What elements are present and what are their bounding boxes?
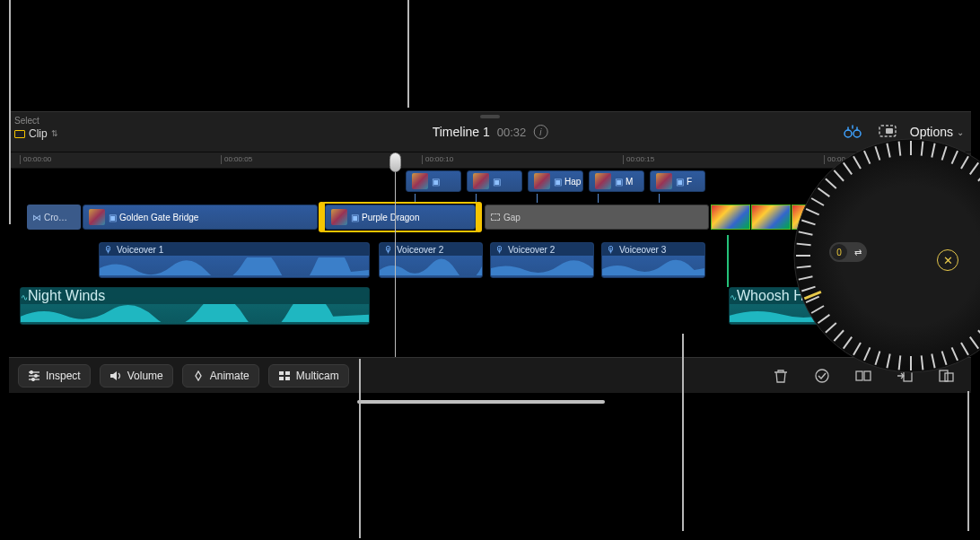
timeline-title: Timeline 1	[433, 125, 490, 139]
audio-clip[interactable]: 🎙Voiceover 1	[99, 242, 370, 278]
callout-line	[9, 0, 11, 224]
jog-close-button[interactable]: ✕	[937, 249, 958, 271]
music-lane: ∿Night Winds ∿Whoosh Hit	[9, 287, 971, 328]
ruler-tick: 00:00:05	[221, 155, 252, 164]
mic-icon: 🎙	[495, 245, 504, 255]
overwrite-button[interactable]	[930, 362, 962, 389]
mic-icon: 🎙	[104, 245, 113, 255]
ruler-tick: 00:00:15	[623, 155, 654, 164]
voiceover-lane: 🎙Voiceover 1 🎙Voiceover 2 🎙Voiceover 2 🎙…	[9, 242, 971, 282]
jog-key-icon: 0	[831, 244, 847, 260]
svg-point-7	[31, 370, 33, 373]
jog-mode-toggle[interactable]: 0 ⇄	[829, 242, 867, 262]
svg-rect-12	[279, 377, 284, 380]
ruler-tick: 00:00:20	[824, 155, 855, 164]
camera-icon: ▣	[554, 177, 562, 187]
svg-rect-18	[940, 370, 948, 381]
connected-clip[interactable]: ▣	[467, 170, 522, 192]
waveform-icon: ∿	[730, 292, 737, 302]
split-button[interactable]	[847, 362, 879, 389]
clip-mode-icon	[14, 130, 25, 138]
svg-line-47	[970, 337, 978, 349]
selection-mode-popup[interactable]: Clip ⇅	[14, 127, 58, 140]
music-clip[interactable]: ∿Whoosh Hit	[729, 287, 960, 325]
callout-line	[682, 334, 684, 531]
swap-icon: ⇄	[854, 248, 862, 257]
primary-clip[interactable]: ▣Golden Gate Bridge	[83, 205, 318, 230]
connected-clips-lane: ▣ ▣ ▣Hap ▣M ▣F	[9, 170, 971, 194]
connected-clip[interactable]: ▣F	[650, 170, 705, 192]
playhead[interactable]	[395, 152, 396, 357]
timeline-panel: Select Clip ⇅ Timeline 1 00:32 i Options…	[9, 111, 971, 393]
svg-rect-19	[945, 373, 953, 381]
time-ruler[interactable]: 00:00:00 00:00:05 00:00:10 00:00:15 00:0…	[9, 152, 971, 169]
connected-clip[interactable]: ▣	[406, 170, 461, 192]
crossfade-icon: ⋈	[32, 213, 41, 222]
inspect-button[interactable]: Inspect	[18, 364, 91, 388]
music-clip[interactable]: ∿Night Winds	[20, 287, 370, 325]
marker[interactable]	[727, 235, 729, 287]
ruler-tick: 00:00:10	[422, 155, 453, 164]
timeline-duration: 00:32	[497, 126, 527, 139]
connected-clip[interactable]: ▣M	[589, 170, 644, 192]
svg-line-29	[970, 162, 978, 174]
tracks-area[interactable]: ▣ ▣ ▣Hap ▣M ▣F ⋈Cro… ▣Golden Gate Bridge…	[9, 169, 971, 357]
camera-icon: ▣	[351, 213, 359, 222]
camera-icon: ▣	[432, 177, 440, 187]
link-clip-icon[interactable]	[842, 125, 865, 139]
mic-icon: 🎙	[607, 245, 616, 255]
trash-button[interactable]	[765, 362, 797, 389]
svg-rect-11	[285, 371, 290, 375]
svg-point-9	[32, 378, 35, 380]
svg-rect-17	[904, 370, 912, 381]
waveform-icon: ∿	[21, 292, 28, 302]
header-right: Options ⌄	[842, 124, 964, 140]
horizontal-scroll-indicator[interactable]	[357, 400, 605, 404]
grabber-pill[interactable]	[480, 115, 500, 118]
selection-handle-right[interactable]	[476, 202, 482, 232]
insert-button[interactable]	[888, 362, 921, 389]
info-icon[interactable]: i	[533, 125, 547, 139]
camera-icon: ▣	[676, 177, 684, 187]
chevron-updown-icon: ⇅	[51, 129, 58, 138]
options-label: Options	[910, 125, 953, 139]
ruler-tick: 00:00:00	[20, 155, 51, 164]
timeline-toolbar: Inspect Volume Animate Multicam	[9, 357, 971, 393]
selection-handle-left[interactable]	[319, 202, 325, 232]
chevron-down-icon: ⌄	[957, 127, 964, 137]
callout-line	[967, 391, 969, 531]
callout-line	[359, 359, 361, 531]
multicam-button[interactable]: Multicam	[268, 364, 349, 388]
connected-clip[interactable]: ▣Hap	[528, 170, 583, 192]
enable-button[interactable]	[806, 362, 838, 389]
primary-clip-thumbs[interactable]	[711, 205, 915, 230]
svg-rect-10	[279, 371, 284, 375]
svg-point-0	[844, 130, 852, 137]
selection-mode-value: Clip	[29, 127, 48, 140]
svg-rect-13	[285, 377, 290, 380]
svg-rect-16	[864, 371, 871, 380]
timeline-header: Select Clip ⇅ Timeline 1 00:32 i Options…	[9, 111, 971, 152]
options-menu[interactable]: Options ⌄	[910, 125, 964, 139]
animate-button[interactable]: Animate	[182, 364, 259, 388]
playhead-knob[interactable]	[389, 152, 401, 172]
selection-mode-group: Select Clip ⇅	[14, 116, 58, 140]
title-group: Timeline 1 00:32 i	[433, 125, 548, 139]
gap-clip[interactable]: Gap	[485, 205, 709, 230]
camera-icon: ▣	[493, 177, 501, 187]
svg-point-14	[816, 370, 828, 382]
camera-icon: ▣	[109, 213, 117, 222]
audio-clip[interactable]: 🎙Voiceover 2	[490, 242, 594, 278]
audio-clip[interactable]: 🎙Voiceover 3	[601, 242, 705, 278]
callout-line	[407, 0, 409, 108]
gap-icon	[491, 213, 500, 221]
svg-point-1	[853, 130, 861, 137]
primary-clip-thumbs[interactable]	[917, 205, 971, 230]
magnetic-icon[interactable]	[878, 124, 897, 140]
marker[interactable]	[871, 212, 872, 287]
volume-button[interactable]: Volume	[100, 364, 173, 388]
mic-icon: 🎙	[384, 245, 393, 255]
select-label: Select	[14, 116, 58, 126]
primary-clip-selected[interactable]: ▣Purple Dragon	[325, 205, 476, 230]
transition-clip[interactable]: ⋈Cro…	[27, 205, 81, 230]
